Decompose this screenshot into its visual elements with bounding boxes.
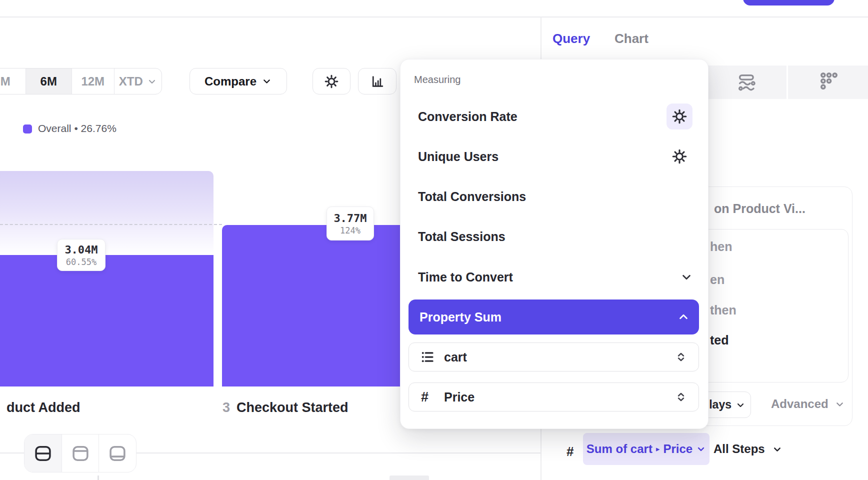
chevron-up-icon	[677, 310, 690, 324]
chevron-down-icon	[696, 444, 706, 454]
advanced-button[interactable]: Advanced	[771, 397, 845, 411]
menu-item-label: Property Sum	[420, 310, 502, 324]
chevron-down-icon	[147, 76, 157, 86]
bar-1-value: 3.04M	[64, 244, 98, 256]
chip-selection-label: Sum of cart	[586, 442, 652, 456]
step-label-2: 3 Checkout Started	[222, 400, 348, 416]
chip-property-label: Price	[663, 442, 692, 456]
funnel-chart-type-button[interactable]	[736, 72, 758, 94]
time-range-m[interactable]: M	[0, 68, 26, 94]
menu-item-property-sum-selected[interactable]: Property Sum	[408, 300, 699, 334]
header-divider	[0, 16, 868, 18]
step-row-fragment: ted	[710, 333, 729, 348]
menu-item-total-conversions[interactable]: Total Conversions	[400, 182, 709, 212]
menu-item-label: Time to Convert	[418, 270, 513, 284]
chevron-down-icon	[680, 270, 694, 284]
bar-1-tooltip: 3.04M 60.55%	[57, 239, 106, 271]
selected-property-value: Price	[444, 390, 474, 404]
conversion-window-label: lays	[709, 398, 732, 412]
conversion-rate-settings-button[interactable]	[666, 104, 692, 130]
property-name-selector[interactable]: # Price	[408, 382, 699, 412]
step-2-number: 3	[222, 400, 230, 416]
measuring-dropdown: Measuring Conversion Rate Unique Users	[400, 59, 708, 429]
chart-type-button[interactable]	[358, 68, 396, 94]
step-label-1: duct Added	[0, 400, 80, 416]
bar-chart-icon	[370, 74, 384, 88]
hash-icon: #	[566, 444, 574, 460]
bar-2-value: 3.77M	[334, 212, 366, 224]
bar-2-tooltip: 3.77M 124%	[326, 206, 374, 240]
time-range-xtd[interactable]: XTD	[114, 68, 162, 94]
layout-switcher	[24, 434, 136, 472]
primary-action-button[interactable]	[743, 0, 834, 6]
reference-dashed-line	[0, 224, 222, 225]
gear-icon	[672, 149, 687, 164]
compare-label: Compare	[204, 74, 256, 88]
layout-split-rows-icon	[33, 444, 53, 464]
layout-top-panel-icon	[70, 444, 90, 464]
chevron-down-icon	[772, 444, 782, 454]
advanced-label: Advanced	[771, 397, 828, 411]
compare-button[interactable]: Compare	[190, 68, 287, 94]
legend-series-name: Overall	[38, 122, 72, 134]
bar-2-percent: 124%	[340, 226, 360, 236]
funnel-bar-1[interactable]	[0, 255, 214, 386]
menu-item-unique-users[interactable]: Unique Users	[400, 142, 709, 172]
legend-label: Overall • 26.76%	[38, 122, 116, 134]
toolbar-separator	[786, 66, 788, 99]
legend-swatch	[23, 124, 32, 134]
layout-split-rows-button[interactable]	[24, 434, 62, 472]
card-title: on Product Vi...	[714, 202, 806, 216]
below-fold-element	[390, 476, 429, 480]
chart-settings-button[interactable]	[312, 68, 350, 94]
property-event-selector[interactable]: cart	[408, 342, 699, 372]
step-row-fragment: en	[710, 272, 724, 287]
list-icon	[420, 350, 435, 364]
all-steps-selector[interactable]: All Steps	[714, 433, 782, 465]
measure-property-chip[interactable]: Sum of cart ▸ Price	[583, 433, 710, 465]
up-down-stepper-icon	[674, 390, 688, 404]
chevron-down-icon	[736, 400, 746, 410]
up-down-stepper-icon	[674, 350, 688, 364]
step-1-name: duct Added	[6, 400, 80, 416]
time-range-12m[interactable]: 12M	[72, 68, 114, 94]
step-row-fragment: hen	[710, 240, 732, 254]
menu-item-total-sessions[interactable]: Total Sessions	[400, 222, 709, 252]
measuring-title: Measuring	[414, 74, 460, 86]
layout-bottom-panel-button[interactable]	[98, 434, 136, 472]
chevron-down-icon	[262, 76, 272, 86]
breakdown-grid-button[interactable]	[818, 70, 840, 92]
step-row-fragment: then	[710, 303, 736, 318]
time-range-xtd-label: XTD	[119, 74, 143, 88]
triangle-right-icon: ▸	[656, 444, 660, 454]
step-2-name: Checkout Started	[236, 400, 348, 416]
gear-icon	[672, 109, 687, 124]
menu-item-label: Total Sessions	[418, 230, 506, 244]
chevron-down-icon	[834, 399, 845, 410]
legend-separator: •	[74, 122, 78, 134]
menu-item-label: Conversion Rate	[418, 110, 518, 124]
funnel-bar-1-unconverted[interactable]	[0, 171, 214, 255]
menu-item-label: Total Conversions	[418, 190, 526, 204]
layout-bottom-panel-icon	[108, 444, 128, 464]
menu-item-time-to-convert[interactable]: Time to Convert	[400, 262, 709, 292]
legend-conversion-value: 26.76%	[81, 122, 116, 134]
selected-event-value: cart	[444, 350, 467, 364]
tab-chart[interactable]: Chart	[614, 31, 648, 46]
unique-users-settings-button[interactable]	[666, 144, 692, 170]
dots-grid-icon	[819, 71, 839, 91]
below-fold-tick	[98, 476, 99, 480]
funnel-analysis-screen: M 6M 12M XTD Compare	[0, 0, 868, 480]
layout-top-panel-button[interactable]	[62, 434, 98, 472]
time-range-segmented-control: M 6M 12M XTD	[0, 68, 162, 94]
gear-icon	[324, 74, 338, 88]
all-steps-label: All Steps	[714, 442, 765, 456]
bar-1-percent: 60.55%	[66, 257, 96, 267]
hash-icon: #	[421, 390, 428, 405]
menu-item-conversion-rate[interactable]: Conversion Rate	[400, 102, 709, 132]
menu-item-label: Unique Users	[418, 150, 498, 164]
tab-query[interactable]: Query	[552, 31, 590, 46]
time-range-6m[interactable]: 6M	[26, 68, 72, 94]
funnel-trend-icon	[738, 73, 756, 92]
